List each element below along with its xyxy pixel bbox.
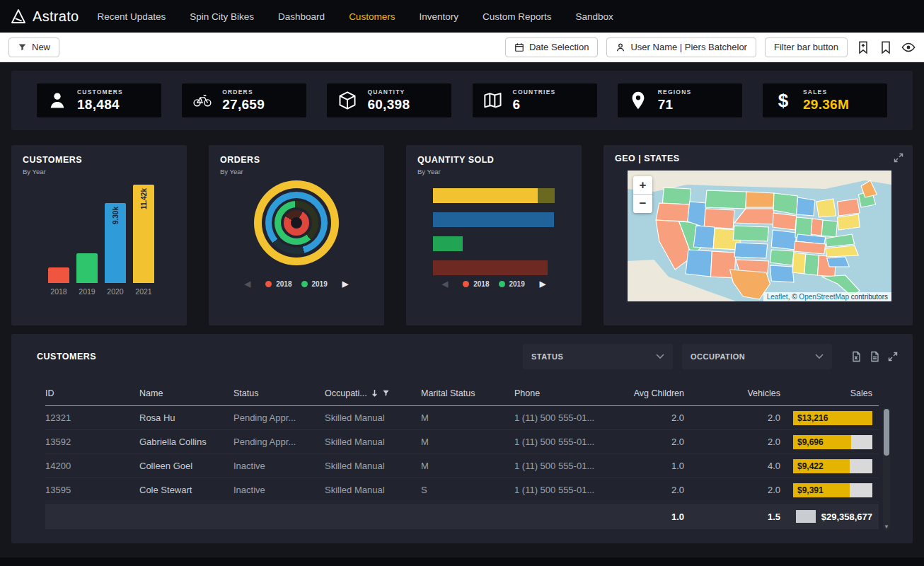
bar-2021[interactable]: 11.42k: [133, 185, 154, 283]
bar-2018[interactable]: [48, 267, 69, 283]
attribution-text: contributors: [849, 293, 888, 301]
cell-name: Gabriella Collins: [139, 437, 233, 447]
nav-item-sandbox[interactable]: Sandbox: [575, 11, 613, 22]
table-scrollbar[interactable]: ▼: [883, 408, 890, 531]
cell-vehicles: 2.0: [684, 412, 780, 423]
us-states-map[interactable]: [628, 171, 891, 301]
leaflet-map[interactable]: + − Leaflet, © OpenStreetMap contributor…: [628, 171, 891, 301]
nav-item-spin-city-bikes[interactable]: Spin City Bikes: [190, 11, 254, 22]
kpi-strip: CUSTOMERS18,484 ORDERS27,659 QUANTITY60,…: [11, 71, 913, 130]
column-header-status[interactable]: Status: [233, 388, 325, 398]
charts-row: CUSTOMERS By Year 9.30k 11.42k 2018 2019…: [11, 145, 913, 325]
occupation-filter-dropdown[interactable]: OCCUPATION: [682, 344, 832, 369]
bookmark-add-icon[interactable]: [856, 40, 870, 54]
sales-bar: $9,391: [793, 483, 872, 497]
table-row[interactable]: 13592 Gabriella Collins Pending Appr... …: [45, 430, 879, 454]
column-header-vehicles[interactable]: Vehicles: [684, 388, 780, 398]
cell-id: 13592: [45, 437, 139, 447]
map-icon: [483, 90, 504, 111]
bar-value-label: 11.42k: [140, 188, 148, 209]
astrato-logo-icon: [10, 8, 27, 25]
legend-prev-icon[interactable]: ◀: [442, 279, 448, 289]
legend-next-icon[interactable]: ▶: [540, 279, 545, 289]
hbar-row-3[interactable]: [433, 236, 556, 251]
legend-next-icon[interactable]: ▶: [342, 279, 348, 289]
bar-value-label: 9.30k: [112, 207, 120, 224]
legend-item-2019[interactable]: 2019: [499, 280, 525, 288]
nav-item-customers[interactable]: Customers: [349, 11, 395, 22]
nav-item-recent-updates[interactable]: Recent Updates: [97, 11, 166, 22]
filter-bar-button[interactable]: Filter bar button: [765, 37, 848, 57]
x-tick: 2020: [105, 287, 126, 296]
cell-avg-children: 1.0: [620, 461, 684, 471]
legend-item-2018[interactable]: 2018: [463, 280, 489, 288]
scrollbar-down-arrow[interactable]: ▼: [883, 524, 890, 530]
column-header-occupation[interactable]: Occupati...: [325, 388, 421, 398]
chevron-down-icon: [815, 354, 824, 359]
brand-logo[interactable]: Astrato: [10, 8, 79, 25]
status-filter-dropdown[interactable]: STATUS: [523, 344, 673, 369]
export-file-icon[interactable]: [869, 351, 880, 362]
eye-icon[interactable]: [901, 40, 916, 54]
panel-subtitle: By Year: [220, 168, 373, 175]
nav-item-dashboard[interactable]: Dashboard: [278, 11, 325, 22]
x-axis-labels: 2018 2019 2020 2021: [48, 287, 154, 296]
bar-2020[interactable]: 9.30k: [105, 203, 126, 283]
user-button[interactable]: User Name | Piers Batchelor: [606, 37, 756, 57]
leaflet-link[interactable]: Leaflet: [767, 293, 788, 301]
scrollbar-thumb[interactable]: [884, 409, 889, 456]
nav-item-custom-reports[interactable]: Custom Reports: [483, 11, 552, 22]
export-excel-icon[interactable]: [850, 351, 862, 362]
zoom-out-button[interactable]: −: [633, 195, 652, 213]
kpi-quantity: QUANTITY60,398: [327, 83, 451, 117]
table-row[interactable]: 13595 Cole Stewart Inactive Skilled Manu…: [45, 478, 879, 502]
date-selection-label: Date Selection: [529, 42, 589, 52]
cell-marital: M: [421, 437, 514, 447]
bar-2019[interactable]: [76, 253, 98, 283]
kpi-value: 18,484: [77, 97, 123, 112]
hbar-row-4[interactable]: [433, 260, 556, 275]
date-selection-button[interactable]: Date Selection: [505, 37, 599, 57]
cell-occupation: Skilled Manual: [325, 412, 421, 423]
map-zoom-control: + −: [633, 176, 652, 213]
kpi-value: 60,398: [367, 97, 410, 112]
new-filter-button[interactable]: New: [8, 37, 59, 57]
package-icon: [337, 90, 358, 111]
dropdown-label: OCCUPATION: [691, 352, 745, 361]
column-header-sales[interactable]: Sales: [780, 388, 872, 398]
osm-link[interactable]: OpenStreetMap: [799, 293, 849, 301]
hbar-row-1[interactable]: [433, 188, 556, 203]
nav-item-inventory[interactable]: Inventory: [419, 11, 458, 22]
legend: ◀ 2018 2019 ▶: [406, 279, 582, 289]
kpi-regions: REGIONS71: [618, 83, 742, 117]
table-row[interactable]: 14200 Colleen Goel Inactive Skilled Manu…: [45, 454, 879, 478]
panel-title: ORDERS: [220, 155, 373, 165]
bookmark-icon[interactable]: [879, 40, 893, 54]
sort-desc-icon[interactable]: [371, 389, 379, 397]
legend-prev-icon[interactable]: ◀: [245, 279, 250, 289]
table-title: CUSTOMERS: [37, 352, 96, 362]
kpi-value: 6: [513, 97, 556, 112]
zoom-in-button[interactable]: +: [633, 176, 652, 195]
column-header-id[interactable]: ID: [45, 388, 139, 398]
column-header-phone[interactable]: Phone: [514, 388, 620, 398]
table-actions: [850, 351, 899, 362]
column-header-avg-children[interactable]: Avg Children: [620, 388, 684, 398]
filter-bar-label: Filter bar button: [774, 42, 838, 52]
column-header-marital-status[interactable]: Marital Status: [421, 388, 514, 398]
column-header-name[interactable]: Name: [139, 388, 233, 398]
sales-bar: $9,696: [793, 435, 872, 449]
donut-chart[interactable]: [254, 180, 339, 265]
brand-name: Astrato: [33, 8, 79, 25]
table-row[interactable]: 12321 Rosa Hu Pending Appr... Skilled Ma…: [45, 406, 879, 430]
legend-item-2019[interactable]: 2019: [301, 280, 328, 288]
map-attribution: Leaflet, © OpenStreetMap contributors: [763, 292, 891, 301]
expand-icon[interactable]: [893, 152, 904, 163]
hbar-row-2[interactable]: [433, 212, 556, 227]
x-tick: 2019: [76, 287, 98, 296]
legend-item-2018[interactable]: 2018: [265, 280, 291, 288]
expand-icon[interactable]: [887, 351, 899, 362]
cell-name: Rosa Hu: [139, 412, 233, 423]
table-header-row: ID Name Status Occupati... Marital Statu…: [45, 381, 879, 406]
filter-funnel-icon[interactable]: [382, 389, 390, 397]
